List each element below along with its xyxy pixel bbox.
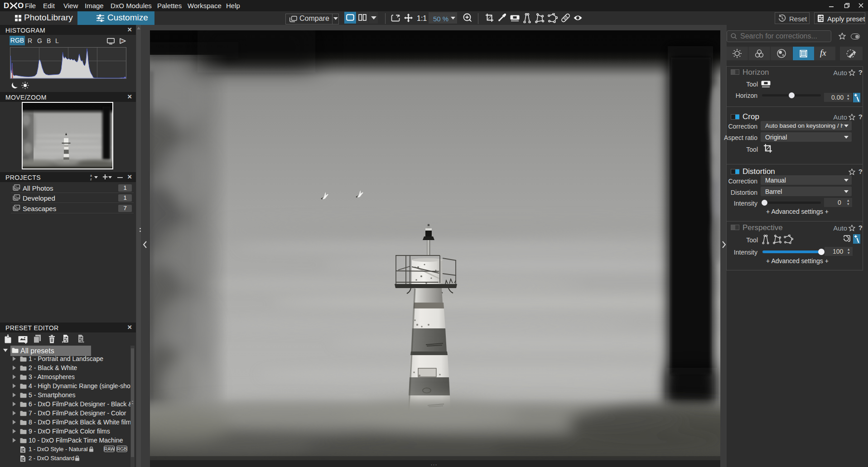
svg-text:D: D (4, 2, 9, 10)
svg-text:z: z (90, 178, 92, 181)
svg-text:O: O (18, 2, 24, 10)
svg-text:a: a (90, 174, 92, 177)
